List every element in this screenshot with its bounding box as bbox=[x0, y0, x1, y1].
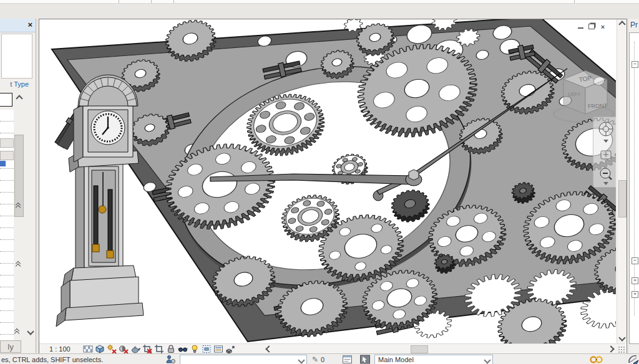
vertical-scroll-thumb[interactable] bbox=[618, 180, 627, 218]
design-options-dialog-icon[interactable] bbox=[342, 355, 353, 364]
properties-palette: × t Type ly bbox=[0, 19, 36, 353]
type-search-field[interactable] bbox=[0, 93, 12, 107]
navigation-bar bbox=[593, 117, 616, 188]
shadows-icon[interactable] bbox=[117, 344, 129, 354]
project-browser: Pr − − + + bbox=[629, 19, 639, 353]
3d-view[interactable]: TOP LEFT FRONT bbox=[39, 19, 616, 343]
zoom-icon[interactable] bbox=[598, 166, 614, 182]
active-only-icon[interactable] bbox=[359, 355, 371, 364]
tree-collapse-icon[interactable]: − bbox=[632, 61, 638, 68]
detail-level-icon[interactable] bbox=[82, 344, 94, 354]
close-icon[interactable]: × bbox=[597, 23, 608, 31]
editing-requests-icon[interactable]: ✎ bbox=[312, 355, 318, 364]
steering-wheel-icon[interactable] bbox=[598, 121, 614, 137]
design-option-combobox[interactable]: Main Model bbox=[374, 355, 493, 364]
steering-wheel-menu-icon[interactable] bbox=[603, 140, 608, 143]
revit-window: × t Type ly TOP L bbox=[0, 0, 639, 364]
lock-3d-view-icon[interactable] bbox=[165, 344, 177, 354]
ribbon-area bbox=[0, 4, 639, 19]
temporary-view-properties-icon[interactable] bbox=[200, 344, 212, 354]
property-row[interactable] bbox=[0, 122, 14, 133]
scroll-right-icon[interactable] bbox=[606, 344, 615, 354]
tree-collapse-icon[interactable]: − bbox=[632, 257, 638, 264]
show-crop-region-icon[interactable] bbox=[153, 344, 165, 354]
tree-expand-icon[interactable]: + bbox=[632, 291, 638, 298]
property-row[interactable] bbox=[0, 299, 14, 311]
reveal-hidden-elements-icon[interactable] bbox=[188, 344, 200, 354]
collapse-section-icon[interactable] bbox=[16, 263, 20, 267]
scroll-down-icon[interactable] bbox=[617, 333, 627, 343]
crop-view-icon[interactable] bbox=[141, 344, 153, 354]
status-hint: es, CTRL adds, SHIFT unselects. bbox=[1, 356, 103, 363]
tree-expand-icon[interactable]: + bbox=[632, 277, 638, 284]
pan-icon[interactable] bbox=[598, 147, 614, 163]
scroll-left-icon[interactable] bbox=[264, 344, 273, 354]
property-row[interactable] bbox=[0, 323, 14, 335]
property-row[interactable] bbox=[0, 335, 14, 340]
apply-button[interactable]: ly bbox=[0, 340, 21, 353]
horizontal-scrollbar-row: 1 : 100 bbox=[39, 343, 625, 354]
horizontal-scroll-thumb[interactable] bbox=[411, 345, 428, 353]
project-browser-title: Pr bbox=[630, 21, 638, 29]
status-bar: es, CTRL adds, SHIFT unselects. ✎ 0 Main… bbox=[0, 353, 639, 364]
minimize-icon[interactable] bbox=[575, 23, 586, 31]
sun-path-icon[interactable] bbox=[105, 344, 117, 354]
3d-model-scene[interactable] bbox=[39, 19, 616, 343]
scroll-up-icon[interactable] bbox=[617, 19, 627, 29]
worksharing-display-icon[interactable] bbox=[212, 344, 224, 354]
property-row[interactable] bbox=[0, 252, 14, 264]
worksets-icon[interactable] bbox=[165, 355, 176, 364]
property-row[interactable] bbox=[0, 110, 14, 122]
property-row[interactable] bbox=[0, 169, 14, 181]
property-row[interactable] bbox=[0, 193, 14, 204]
chevron-up-icon[interactable] bbox=[16, 95, 22, 102]
grandfather-clock[interactable] bbox=[56, 75, 144, 327]
visual-style-icon[interactable] bbox=[94, 344, 105, 354]
temporary-hide-isolate-icon[interactable] bbox=[177, 344, 188, 354]
view-scale-button[interactable]: 1 : 100 bbox=[49, 345, 82, 353]
property-value-cell[interactable] bbox=[0, 138, 14, 148]
property-row[interactable] bbox=[0, 228, 14, 240]
project-browser-tree[interactable]: − − + + bbox=[629, 32, 639, 344]
property-row[interactable] bbox=[0, 181, 14, 193]
property-row[interactable] bbox=[0, 275, 14, 287]
close-icon[interactable]: × bbox=[27, 20, 32, 29]
properties-title-bar[interactable]: × bbox=[0, 19, 36, 32]
property-value-cell[interactable] bbox=[0, 151, 14, 160]
vertical-scrollbar[interactable] bbox=[617, 19, 627, 343]
property-row[interactable] bbox=[0, 287, 14, 299]
displacement-sets-icon[interactable] bbox=[224, 344, 236, 354]
type-selector-preview[interactable] bbox=[1, 34, 32, 79]
property-link-cell[interactable] bbox=[0, 161, 6, 166]
rendering-dialog-icon[interactable] bbox=[129, 344, 141, 354]
resize-grip[interactable] bbox=[618, 346, 625, 353]
drawing-window: TOP LEFT FRONT bbox=[39, 19, 627, 355]
property-row[interactable] bbox=[0, 311, 14, 323]
restore-icon[interactable] bbox=[586, 23, 597, 31]
editing-requests-count: 0 bbox=[321, 356, 324, 363]
property-row[interactable] bbox=[0, 216, 14, 228]
zoom-menu-icon[interactable] bbox=[603, 182, 608, 185]
worksharing-status-icon[interactable] bbox=[589, 355, 604, 364]
view-control-bar: 1 : 100 bbox=[39, 344, 236, 354]
tree-guide-line bbox=[634, 42, 635, 316]
viewcube-front-face[interactable]: FRONT bbox=[587, 103, 608, 110]
property-row[interactable] bbox=[0, 240, 14, 252]
edit-type-button[interactable]: t Type bbox=[0, 80, 29, 88]
filter-icon[interactable] bbox=[628, 355, 639, 364]
document-window-buttons: × bbox=[575, 23, 615, 33]
collapse-section-icon[interactable] bbox=[16, 204, 20, 208]
active-workset-combobox[interactable] bbox=[180, 355, 307, 364]
property-row[interactable] bbox=[0, 204, 14, 216]
property-row[interactable] bbox=[0, 264, 14, 275]
collapse-section-icon[interactable] bbox=[15, 330, 19, 334]
